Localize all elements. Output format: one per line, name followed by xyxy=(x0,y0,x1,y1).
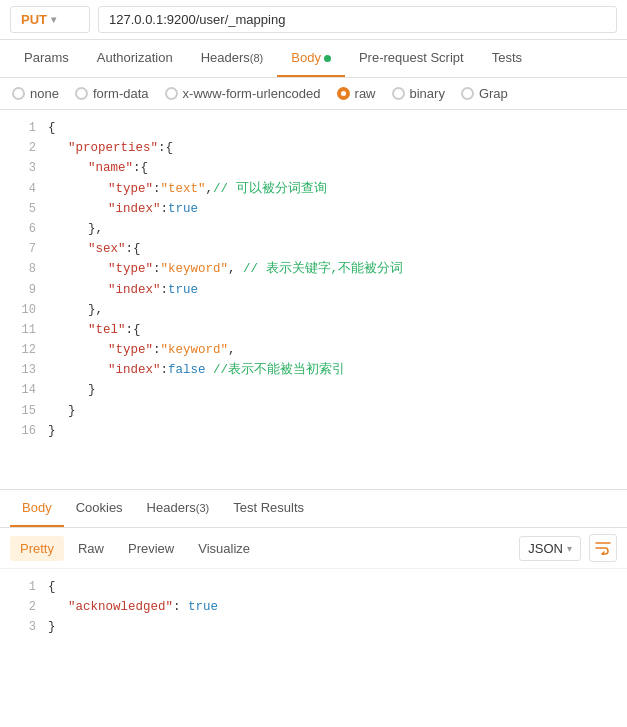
line-content: "index":true xyxy=(48,199,619,219)
wrap-icon xyxy=(595,541,611,555)
radio-binary[interactable]: binary xyxy=(392,86,445,101)
resp-tab-cookies[interactable]: Cookies xyxy=(64,490,135,527)
line-content: "index":false //表示不能被当初索引 xyxy=(48,360,619,380)
format-chevron-icon: ▾ xyxy=(567,543,572,554)
body-dot xyxy=(324,55,331,62)
resp-tab-body[interactable]: Body xyxy=(10,490,64,527)
code-line: 5"index":true xyxy=(0,199,627,219)
code-line: 7"sex":{ xyxy=(0,239,627,259)
radio-graphql-circle xyxy=(461,87,474,100)
top-bar: PUT ▾ xyxy=(0,0,627,40)
code-line: 6}, xyxy=(0,219,627,239)
code-line: 10}, xyxy=(0,300,627,320)
radio-graphql[interactable]: Grap xyxy=(461,86,508,101)
line-content: "type":"keyword", xyxy=(48,340,619,360)
resp-raw[interactable]: Raw xyxy=(68,536,114,561)
tab-authorization[interactable]: Authorization xyxy=(83,40,187,77)
resp-tab-test-results[interactable]: Test Results xyxy=(221,490,316,527)
line-content: }, xyxy=(48,300,619,320)
line-content: }, xyxy=(48,219,619,239)
tab-body[interactable]: Body xyxy=(277,40,345,77)
line-content: } xyxy=(48,380,619,400)
resp-pretty[interactable]: Pretty xyxy=(10,536,64,561)
body-type-radio-bar: none form-data x-www-form-urlencoded raw… xyxy=(0,78,627,110)
radio-form-data[interactable]: form-data xyxy=(75,86,149,101)
code-line: 12"type":"keyword", xyxy=(0,340,627,360)
code-line: 9"index":true xyxy=(0,280,627,300)
line-number: 3 xyxy=(8,159,36,178)
radio-urlencoded[interactable]: x-www-form-urlencoded xyxy=(165,86,321,101)
request-tab-nav: Params Authorization Headers(8) Body Pre… xyxy=(0,40,627,78)
line-number: 8 xyxy=(8,260,36,279)
code-line: 2"properties":{ xyxy=(0,138,627,158)
method-label: PUT xyxy=(21,12,47,27)
code-line: 14} xyxy=(0,380,627,400)
resp-line-number: 3 xyxy=(8,618,36,637)
response-toolbar: Pretty Raw Preview Visualize JSON ▾ xyxy=(0,528,627,569)
radio-binary-circle xyxy=(392,87,405,100)
line-content: } xyxy=(48,421,619,441)
url-input[interactable] xyxy=(98,6,617,33)
code-line: 13"index":false //表示不能被当初索引 xyxy=(0,360,627,380)
line-content: "name":{ xyxy=(48,158,619,178)
line-number: 15 xyxy=(8,402,36,421)
line-content: "sex":{ xyxy=(48,239,619,259)
line-number: 11 xyxy=(8,321,36,340)
resp-line-number: 2 xyxy=(8,598,36,617)
radio-none-circle xyxy=(12,87,25,100)
radio-raw[interactable]: raw xyxy=(337,86,376,101)
line-number: 12 xyxy=(8,341,36,360)
resp-line-number: 1 xyxy=(8,578,36,597)
line-number: 1 xyxy=(8,119,36,138)
wrap-response-button[interactable] xyxy=(589,534,617,562)
line-number: 6 xyxy=(8,220,36,239)
resp-tab-headers[interactable]: Headers(3) xyxy=(135,490,222,527)
resp-line-content: "acknowledged": true xyxy=(48,597,619,617)
line-number: 13 xyxy=(8,361,36,380)
line-number: 14 xyxy=(8,381,36,400)
code-line: 4"type":"text",// 可以被分词查询 xyxy=(0,179,627,199)
resp-code-line: 2"acknowledged": true xyxy=(0,597,627,617)
code-line: 16} xyxy=(0,421,627,441)
response-code: 1{2"acknowledged": true3} xyxy=(0,569,627,646)
code-line: 8"type":"keyword", // 表示关键字,不能被分词 xyxy=(0,259,627,279)
resp-visualize[interactable]: Visualize xyxy=(188,536,260,561)
line-number: 2 xyxy=(8,139,36,158)
code-line: 15} xyxy=(0,401,627,421)
line-number: 7 xyxy=(8,240,36,259)
resp-format-selector[interactable]: JSON ▾ xyxy=(519,536,581,561)
resp-preview[interactable]: Preview xyxy=(118,536,184,561)
line-content: "properties":{ xyxy=(48,138,619,158)
code-editor[interactable]: 1{2"properties":{3"name":{4"type":"text"… xyxy=(0,110,627,490)
line-content: "type":"text",// 可以被分词查询 xyxy=(48,179,619,199)
tab-headers[interactable]: Headers(8) xyxy=(187,40,278,77)
radio-none[interactable]: none xyxy=(12,86,59,101)
line-number: 10 xyxy=(8,301,36,320)
line-number: 4 xyxy=(8,180,36,199)
line-number: 16 xyxy=(8,422,36,441)
line-number: 9 xyxy=(8,281,36,300)
method-chevron-icon: ▾ xyxy=(51,14,56,25)
code-line: 3"name":{ xyxy=(0,158,627,178)
resp-code-line: 3} xyxy=(0,617,627,637)
line-content: } xyxy=(48,401,619,421)
code-line: 11"tel":{ xyxy=(0,320,627,340)
line-content: { xyxy=(48,118,619,138)
radio-raw-circle xyxy=(337,87,350,100)
tab-tests[interactable]: Tests xyxy=(478,40,536,77)
line-content: "index":true xyxy=(48,280,619,300)
tab-pre-request[interactable]: Pre-request Script xyxy=(345,40,478,77)
tab-params[interactable]: Params xyxy=(10,40,83,77)
radio-urlencoded-circle xyxy=(165,87,178,100)
response-tab-nav: Body Cookies Headers(3) Test Results xyxy=(0,490,627,528)
line-content: "type":"keyword", // 表示关键字,不能被分词 xyxy=(48,259,619,279)
code-line: 1{ xyxy=(0,118,627,138)
line-content: "tel":{ xyxy=(48,320,619,340)
method-selector[interactable]: PUT ▾ xyxy=(10,6,90,33)
radio-form-data-circle xyxy=(75,87,88,100)
line-number: 5 xyxy=(8,200,36,219)
resp-line-content: { xyxy=(48,577,619,597)
resp-line-content: } xyxy=(48,617,619,637)
resp-code-line: 1{ xyxy=(0,577,627,597)
